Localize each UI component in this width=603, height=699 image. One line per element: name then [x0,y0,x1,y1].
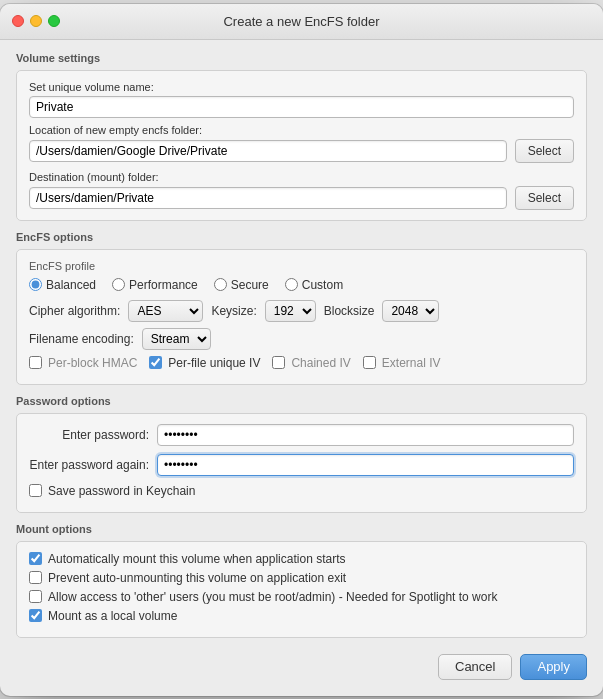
local-volume-item[interactable]: Mount as a local volume [29,609,574,623]
profile-performance-label: Performance [129,278,198,292]
blocksize-select[interactable]: 1024 2048 4096 [382,300,439,322]
enter-password-row: Enter password: [29,424,574,446]
per-block-hmac-label: Per-block HMAC [48,356,137,370]
profile-secure-radio[interactable] [214,278,227,291]
per-block-hmac-checkbox[interactable] [29,356,42,369]
auto-mount-checkbox[interactable] [29,552,42,565]
maximize-button[interactable] [48,15,60,27]
filename-select[interactable]: Stream Block [142,328,211,350]
location-input[interactable] [29,140,507,162]
auto-mount-label: Automatically mount this volume when app… [48,552,345,566]
apply-button[interactable]: Apply [520,654,587,680]
checkboxes-row: Per-block HMAC Per-file unique IV Chaine… [29,356,574,374]
filename-row: Filename encoding: Stream Block [29,328,574,350]
encfs-options-section: EncFS options EncFS profile Balanced Per… [16,231,587,385]
external-iv-label: External IV [382,356,441,370]
enter-password-input[interactable] [157,424,574,446]
destination-select-button[interactable]: Select [515,186,574,210]
destination-label: Destination (mount) folder: [29,171,574,183]
mount-options-section: Mount options Automatically mount this v… [16,523,587,638]
per-block-hmac-item[interactable]: Per-block HMAC [29,356,137,370]
local-volume-label: Mount as a local volume [48,609,177,623]
per-file-iv-label: Per-file unique IV [168,356,260,370]
profile-custom[interactable]: Custom [285,278,343,292]
allow-access-label: Allow access to 'other' users (you must … [48,590,497,604]
cipher-select[interactable]: AES Blowfish [128,300,203,322]
enter-password-again-label: Enter password again: [29,458,149,472]
profile-performance-radio[interactable] [112,278,125,291]
minimize-button[interactable] [30,15,42,27]
enter-password-again-input[interactable] [157,454,574,476]
save-keychain-item[interactable]: Save password in Keychain [29,484,574,498]
mount-options-label: Mount options [16,523,587,535]
auto-mount-item[interactable]: Automatically mount this volume when app… [29,552,574,566]
enter-password-label: Enter password: [29,428,149,442]
blocksize-label: Blocksize [324,304,375,318]
volume-settings-label: Volume settings [16,52,587,64]
profile-radio-group: Balanced Performance Secure Custom [29,278,574,292]
profile-balanced-label: Balanced [46,278,96,292]
encfs-profile-label: EncFS profile [29,260,574,272]
prevent-unmount-item[interactable]: Prevent auto-unmounting this volume on a… [29,571,574,585]
save-keychain-label: Save password in Keychain [48,484,195,498]
cipher-row: Cipher algorithm: AES Blowfish Keysize: … [29,300,574,322]
chained-iv-label: Chained IV [291,356,350,370]
keysize-select[interactable]: 128 192 256 [265,300,316,322]
profile-secure[interactable]: Secure [214,278,269,292]
destination-input[interactable] [29,187,507,209]
volume-settings-section: Volume settings Set unique volume name: … [16,52,587,221]
location-select-button[interactable]: Select [515,139,574,163]
cancel-button[interactable]: Cancel [438,654,512,680]
profile-secure-label: Secure [231,278,269,292]
external-iv-item[interactable]: External IV [363,356,441,370]
filename-label: Filename encoding: [29,332,134,346]
profile-custom-radio[interactable] [285,278,298,291]
location-label: Location of new empty encfs folder: [29,124,574,136]
save-keychain-checkbox[interactable] [29,484,42,497]
footer-buttons: Cancel Apply [16,650,587,680]
content-area: Volume settings Set unique volume name: … [0,40,603,696]
encfs-options-box: EncFS profile Balanced Performance Secur… [16,249,587,385]
local-volume-checkbox[interactable] [29,609,42,622]
location-row: Select [29,139,574,163]
volume-settings-box: Set unique volume name: Location of new … [16,70,587,221]
traffic-lights [12,15,60,27]
chained-iv-item[interactable]: Chained IV [272,356,350,370]
main-window: Create a new EncFS folder Volume setting… [0,4,603,696]
profile-balanced[interactable]: Balanced [29,278,96,292]
external-iv-checkbox[interactable] [363,356,376,369]
cipher-label: Cipher algorithm: [29,304,120,318]
enter-password-again-row: Enter password again: [29,454,574,476]
prevent-unmount-label: Prevent auto-unmounting this volume on a… [48,571,346,585]
volume-name-input[interactable] [29,96,574,118]
password-options-section: Password options Enter password: Enter p… [16,395,587,513]
chained-iv-checkbox[interactable] [272,356,285,369]
window-title: Create a new EncFS folder [223,14,379,29]
mount-options-box: Automatically mount this volume when app… [16,541,587,638]
save-keychain-row: Save password in Keychain [29,484,574,498]
volume-name-label: Set unique volume name: [29,81,574,93]
prevent-unmount-checkbox[interactable] [29,571,42,584]
per-file-iv-checkbox[interactable] [149,356,162,369]
allow-access-item[interactable]: Allow access to 'other' users (you must … [29,590,574,604]
destination-row: Select [29,186,574,210]
close-button[interactable] [12,15,24,27]
keysize-label: Keysize: [211,304,256,318]
profile-performance[interactable]: Performance [112,278,198,292]
encfs-options-label: EncFS options [16,231,587,243]
profile-custom-label: Custom [302,278,343,292]
per-file-iv-item[interactable]: Per-file unique IV [149,356,260,370]
profile-balanced-radio[interactable] [29,278,42,291]
allow-access-checkbox[interactable] [29,590,42,603]
titlebar: Create a new EncFS folder [0,4,603,40]
password-options-box: Enter password: Enter password again: Sa… [16,413,587,513]
password-options-label: Password options [16,395,587,407]
